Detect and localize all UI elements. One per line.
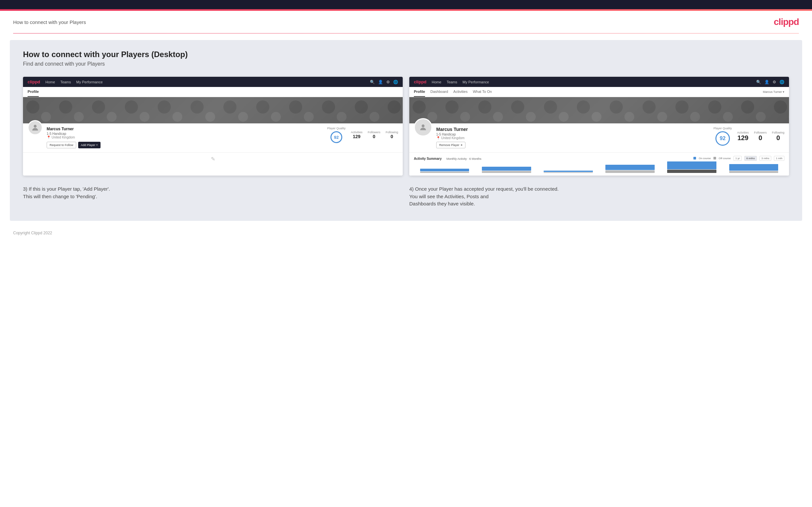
left-nav-teams[interactable]: Teams xyxy=(60,80,71,84)
footer: Copyright Clippd 2022 xyxy=(0,227,812,242)
filter-1mth[interactable]: 1 mth xyxy=(774,156,784,161)
description-left: 3) If this is your Player tap, 'Add Play… xyxy=(23,185,403,208)
page-heading: How to connect with your Players (Deskto… xyxy=(23,50,789,59)
left-profile-banner xyxy=(23,97,403,123)
left-nav-home[interactable]: Home xyxy=(45,80,55,84)
right-quality-label: Player Quality xyxy=(713,127,732,130)
request-follow-button[interactable]: Request to Follow xyxy=(47,142,76,148)
activity-chart xyxy=(414,163,784,173)
chart-bar-3 xyxy=(538,171,599,173)
left-tab-bar: Profile xyxy=(23,87,403,97)
left-followers-value: 0 xyxy=(367,134,380,139)
right-tab-profile[interactable]: Profile xyxy=(414,87,425,97)
left-app-nav: clippd Home Teams My Performance 🔍 👤 ⚙ 🌐 xyxy=(23,77,403,87)
right-profile-info: Marcus Turner 1-5 Handicap 📍 United King… xyxy=(409,123,789,152)
off-course-dot xyxy=(713,157,716,160)
bar3-off xyxy=(544,172,593,173)
right-player-location: 📍 United Kingdom xyxy=(436,136,710,140)
right-tab-dashboard[interactable]: Dashboard xyxy=(430,87,448,97)
left-banner-overlay xyxy=(23,97,403,123)
right-tabs-container: Profile Dashboard Activities What To On xyxy=(414,87,492,97)
chart-bars-container xyxy=(414,163,784,173)
remove-player-button[interactable]: Remove Player × xyxy=(436,142,465,148)
top-bar xyxy=(0,0,812,9)
screenshot-right: clippd Home Teams My Performance 🔍 👤 ⚙ 🌐… xyxy=(409,77,789,176)
activity-left-header: Activity Summary Monthly Activity · 6 Mo… xyxy=(414,155,481,161)
right-nav-logo: clippd xyxy=(414,79,426,84)
left-following-value: 0 xyxy=(386,134,398,139)
left-profile-stats: Player Quality 92 Activities 129 Followe… xyxy=(327,127,398,143)
right-followers-stat: Followers 0 xyxy=(754,131,767,142)
activity-period: Monthly Activity · 6 Months xyxy=(446,157,481,161)
left-nav-logo: clippd xyxy=(28,79,40,84)
right-quality-circle: 92 xyxy=(715,131,730,146)
right-location-pin-icon: 📍 xyxy=(436,136,440,140)
left-nav-performance[interactable]: My Performance xyxy=(76,80,103,84)
filter-1yr[interactable]: 1 yr xyxy=(733,156,742,161)
filter-3mths[interactable]: 3 mths xyxy=(759,156,771,161)
right-activities-stat: Activities 129 xyxy=(737,131,749,142)
description-left-text: 3) If this is your Player tap, 'Add Play… xyxy=(23,185,403,200)
right-tab-what-to-on[interactable]: What To On xyxy=(473,87,492,97)
svg-point-1 xyxy=(422,124,425,127)
on-course-dot xyxy=(694,157,696,160)
right-settings-icon[interactable]: ⚙ xyxy=(773,80,776,84)
filter-6mths[interactable]: 6 mths xyxy=(744,156,757,161)
right-tab-activities[interactable]: Activities xyxy=(453,87,467,97)
left-quality-circle: 92 xyxy=(331,131,342,143)
chart-bar-6 xyxy=(723,164,784,173)
left-followers-label: Followers xyxy=(367,130,380,134)
header: How to connect with your Players clippd xyxy=(0,11,812,33)
right-user-icon[interactable]: 👤 xyxy=(764,80,769,84)
off-course-label: Off course xyxy=(719,157,731,160)
chart-bar-5 xyxy=(661,161,723,173)
left-profile-actions: Request to Follow Add Player + xyxy=(47,142,323,148)
bar6-on xyxy=(729,164,778,171)
right-tab-bar: Profile Dashboard Activities What To On … xyxy=(409,87,789,97)
bar4-off xyxy=(605,170,655,173)
description-right-text: 4) Once your Player has accepted your re… xyxy=(409,185,789,208)
left-tab-profile[interactable]: Profile xyxy=(28,87,39,97)
activity-right-header: On course Off course 1 yr 6 mths 3 mths … xyxy=(694,156,784,161)
activity-header: Activity Summary Monthly Activity · 6 Mo… xyxy=(414,155,784,161)
left-player-location: 📍 United Kingdom xyxy=(47,135,323,139)
right-nav-right: 🔍 👤 ⚙ 🌐 xyxy=(756,80,784,84)
left-settings-icon[interactable]: ⚙ xyxy=(386,80,390,84)
right-quality-value: 92 xyxy=(720,135,726,142)
left-activities-label: Activities xyxy=(351,130,363,134)
pencil-icon: ✎ xyxy=(211,156,215,162)
left-quality-label: Player Quality xyxy=(327,127,346,130)
bar4-on xyxy=(605,165,655,170)
right-globe-icon[interactable]: 🌐 xyxy=(779,80,784,84)
right-followers-label: Followers xyxy=(754,131,767,134)
right-player-handicap: 1-5 Handicap xyxy=(436,132,710,136)
svg-point-0 xyxy=(34,125,37,128)
left-user-icon[interactable]: 👤 xyxy=(378,80,383,84)
bar1-on xyxy=(420,169,469,171)
page-subheading: Find and connect with your Players xyxy=(23,61,789,67)
right-activities-value: 129 xyxy=(737,134,749,142)
right-profile-banner xyxy=(409,97,789,123)
right-activity-summary: Activity Summary Monthly Activity · 6 Mo… xyxy=(409,152,789,176)
right-nav-home[interactable]: Home xyxy=(432,80,441,84)
chart-bar-2 xyxy=(476,167,537,173)
right-activities-label: Activities xyxy=(737,131,749,134)
bar1-off xyxy=(420,172,469,173)
chart-bar-1 xyxy=(414,169,475,173)
screenshot-left: clippd Home Teams My Performance 🔍 👤 ⚙ 🌐… xyxy=(23,77,403,176)
left-activities-stat: Activities 129 xyxy=(351,130,363,139)
right-nav-performance[interactable]: My Performance xyxy=(462,80,489,84)
left-globe-icon[interactable]: 🌐 xyxy=(393,80,398,84)
remove-player-label: Remove Player xyxy=(439,144,460,147)
left-profile-info: Marcus Turner 1-5 Handicap 📍 United King… xyxy=(23,123,403,152)
add-player-button[interactable]: Add Player + xyxy=(78,142,101,148)
right-player-name: Marcus Turner xyxy=(436,127,710,132)
right-avatar xyxy=(414,118,432,136)
right-nav-teams[interactable]: Teams xyxy=(447,80,457,84)
right-location-text: United Kingdom xyxy=(441,136,464,140)
right-search-icon[interactable]: 🔍 xyxy=(756,80,761,84)
activity-title: Activity Summary xyxy=(414,157,442,161)
on-course-label: On course xyxy=(699,157,711,160)
left-followers-stat: Followers 0 xyxy=(367,130,380,139)
left-search-icon[interactable]: 🔍 xyxy=(370,80,375,84)
